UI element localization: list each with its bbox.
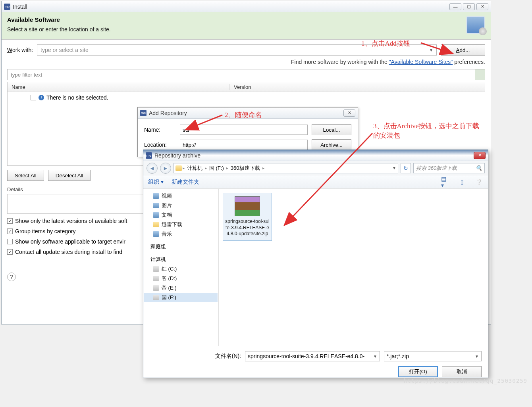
app-icon: me xyxy=(140,110,146,116)
col-version[interactable]: Version xyxy=(230,84,255,90)
install-title: Install xyxy=(13,4,449,10)
find-line: Find more software by working with the "… xyxy=(7,59,485,65)
chevron-down-icon[interactable]: ▼ xyxy=(475,354,479,359)
back-button[interactable]: ◄ xyxy=(146,163,158,174)
file-area[interactable]: springsource-tool-suite-3.9.4.RELEASE-e4… xyxy=(219,189,488,346)
breadcrumb[interactable]: ▸ 计算机▸ 国 (F:)▸ 360极速下载▸ ▼ xyxy=(173,163,398,173)
header-band: Available Software Select a site or ente… xyxy=(2,12,491,40)
select-all-button[interactable]: Select All xyxy=(7,170,44,181)
location-label: Location: xyxy=(144,142,176,148)
refresh-button[interactable]: ↻ xyxy=(401,163,411,173)
watermark: https://blog.csdn.net/qq_25030259 xyxy=(404,378,527,384)
nav-tree[interactable]: 视频 图片 文档 迅雷下载 音乐 家庭组 计算机 红 (C:) 客 (D:) 帝… xyxy=(143,189,219,346)
chevron-down-icon[interactable]: ▼ xyxy=(373,354,377,359)
organize-menu[interactable]: 组织 ▾ xyxy=(148,179,164,186)
local-button[interactable]: Local... xyxy=(312,124,351,135)
check-group[interactable] xyxy=(7,228,13,234)
close-button[interactable]: ✕ xyxy=(476,3,488,10)
nav-bar: ◄ ► ▸ 计算机▸ 国 (F:)▸ 360极速下载▸ ▼ ↻ 搜索 360极速… xyxy=(143,161,488,175)
help-icon[interactable]: ? xyxy=(7,273,16,281)
music-icon xyxy=(153,231,159,237)
drive-icon xyxy=(153,285,159,291)
install-titlebar: me Install — ▢ ✕ xyxy=(2,1,491,12)
name-input[interactable] xyxy=(180,125,308,135)
archive-button[interactable]: Archive... xyxy=(312,139,351,150)
document-icon xyxy=(153,212,159,218)
folder-icon xyxy=(175,165,182,171)
cancel-button[interactable]: 取消 xyxy=(442,366,482,377)
drive-icon xyxy=(153,266,159,272)
app-icon: me xyxy=(146,152,152,159)
check-applicable[interactable] xyxy=(7,239,13,244)
available-sites-link[interactable]: "Available Software Sites" xyxy=(389,59,453,65)
file-item[interactable]: springsource-tool-suite-3.9.4.RELEASE-e4… xyxy=(223,193,272,241)
header-subtitle: Select a site or enter the location of a… xyxy=(7,26,111,33)
check-latest[interactable] xyxy=(7,218,13,224)
app-icon: me xyxy=(4,4,10,10)
close-button[interactable]: ✕ xyxy=(343,109,355,117)
header-title: Available Software xyxy=(7,16,111,23)
filedlg-title: Repository archive xyxy=(154,152,474,159)
new-folder-button[interactable]: 新建文件夹 xyxy=(172,179,199,186)
forward-button[interactable]: ► xyxy=(160,163,171,174)
filter-input[interactable] xyxy=(7,69,485,80)
open-button[interactable]: 打开(O) xyxy=(398,366,438,377)
chevron-down-icon[interactable]: ▼ xyxy=(429,48,433,52)
preview-icon[interactable]: ▯ xyxy=(458,179,466,186)
toolbar: 组织 ▾ 新建文件夹 ▤ ▾ ▯ ❔ xyxy=(143,175,488,189)
file-dialog: me Repository archive ✕ ◄ ► ▸ 计算机▸ 国 (F:… xyxy=(143,150,488,378)
deselect-all-button[interactable]: Deselect All xyxy=(48,170,91,181)
folder-icon xyxy=(153,222,159,227)
name-label: Name: xyxy=(144,127,176,133)
drive-icon xyxy=(153,276,159,281)
minimize-button[interactable]: — xyxy=(449,3,461,10)
search-input[interactable]: 搜索 360极速下载 🔍 xyxy=(413,163,485,173)
archive-icon xyxy=(235,196,260,216)
filter-select[interactable]: *.jar;*.zip ▼ xyxy=(384,351,482,361)
filedlg-titlebar: me Repository archive ✕ xyxy=(143,150,488,161)
view-icon[interactable]: ▤ ▾ xyxy=(441,179,450,186)
add-button[interactable]: Add... xyxy=(441,44,485,56)
check-contact[interactable] xyxy=(7,249,13,255)
picture-icon xyxy=(153,203,159,208)
row-checkbox[interactable] xyxy=(31,95,36,100)
search-icon: 🔍 xyxy=(476,165,482,171)
file-name: springsource-tool-suite-3.9.4.RELEASE-e4… xyxy=(225,219,270,237)
video-icon xyxy=(153,193,159,199)
filename-input[interactable]: springsource-tool-suite-3.9.4.RELEASE-e4… xyxy=(245,351,380,361)
addrepo-titlebar: me Add Repository ✕ xyxy=(138,108,358,119)
close-button[interactable]: ✕ xyxy=(474,152,486,159)
chevron-down-icon[interactable]: ▼ xyxy=(392,166,396,170)
addrepo-title: Add Repository xyxy=(149,110,343,116)
workwith-label: Work with: xyxy=(7,47,33,53)
maximize-button[interactable]: ▢ xyxy=(463,3,475,10)
table-header: Name Version xyxy=(7,82,485,92)
no-site-text: There is no site selected. xyxy=(46,94,108,101)
workwith-input[interactable]: type or select a site ▼ xyxy=(37,44,437,56)
filename-label: 文件名(N): xyxy=(215,353,241,360)
monitor-icon xyxy=(466,16,485,34)
location-input[interactable] xyxy=(180,140,308,150)
help-icon[interactable]: ❔ xyxy=(474,179,483,186)
col-name[interactable]: Name xyxy=(8,84,230,90)
workwith-placeholder: type or select a site xyxy=(40,47,89,53)
info-icon: i xyxy=(39,95,44,100)
drive-icon xyxy=(153,295,159,300)
